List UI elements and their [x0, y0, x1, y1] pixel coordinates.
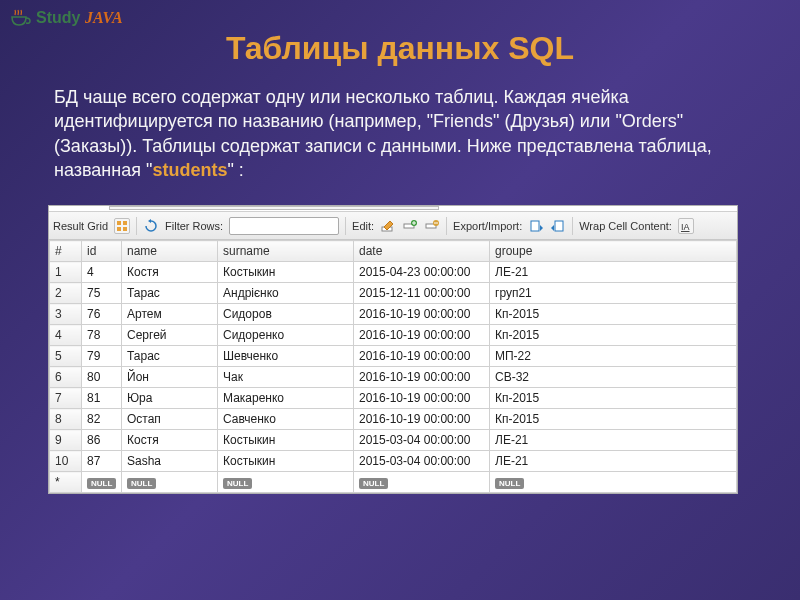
cell-surname[interactable]: Савченко: [218, 409, 354, 430]
cell-date[interactable]: 2015-12-11 00:00:00: [354, 283, 490, 304]
cell-name[interactable]: Костя: [122, 262, 218, 283]
data-table[interactable]: # id name surname date groupe 14КостяКос…: [49, 240, 737, 493]
col-header-groupe[interactable]: groupe: [490, 241, 737, 262]
cell-surname[interactable]: Сидоренко: [218, 325, 354, 346]
cell-surname[interactable]: Андрієнко: [218, 283, 354, 304]
cell-n[interactable]: 9: [50, 430, 82, 451]
cell-surname[interactable]: Макаренко: [218, 388, 354, 409]
table-row[interactable]: 781ЮраМакаренко2016-10-19 00:00:00Кп-201…: [50, 388, 737, 409]
cell-null[interactable]: NULL: [122, 472, 218, 493]
result-grid-panel: Result Grid Filter Rows: 🔍 Edit: Export/…: [48, 205, 738, 494]
cell-n[interactable]: 2: [50, 283, 82, 304]
cell-groupe[interactable]: СВ-32: [490, 367, 737, 388]
cell-date[interactable]: 2016-10-19 00:00:00: [354, 388, 490, 409]
cell-id[interactable]: 4: [82, 262, 122, 283]
cell-n[interactable]: 6: [50, 367, 82, 388]
cell-id[interactable]: 79: [82, 346, 122, 367]
cell-name[interactable]: Тарас: [122, 283, 218, 304]
cell-name[interactable]: Сергей: [122, 325, 218, 346]
cell-id[interactable]: 82: [82, 409, 122, 430]
cell-surname[interactable]: Костыкин: [218, 430, 354, 451]
col-header-name[interactable]: name: [122, 241, 218, 262]
table-row[interactable]: 579ТарасШевченко2016-10-19 00:00:00МП-22: [50, 346, 737, 367]
cell-n[interactable]: 5: [50, 346, 82, 367]
cell-surname[interactable]: Шевченко: [218, 346, 354, 367]
cell-date[interactable]: 2016-10-19 00:00:00: [354, 367, 490, 388]
import-icon[interactable]: [550, 218, 566, 234]
page-title: Таблицы данных SQL: [0, 30, 800, 67]
table-row[interactable]: 1087SashaКостыкин2015-03-04 00:00:00ЛЕ-2…: [50, 451, 737, 472]
description: БД чаще всего содержат одну или нескольк…: [54, 85, 746, 182]
table-row[interactable]: 882ОстапСавченко2016-10-19 00:00:00Кп-20…: [50, 409, 737, 430]
cell-date[interactable]: 2016-10-19 00:00:00: [354, 409, 490, 430]
cell-surname[interactable]: Костыкин: [218, 451, 354, 472]
cell-groupe[interactable]: Кп-2015: [490, 388, 737, 409]
cell-id[interactable]: 87: [82, 451, 122, 472]
table-row[interactable]: 478СергейСидоренко2016-10-19 00:00:00Кп-…: [50, 325, 737, 346]
table-null-row[interactable]: *NULLNULLNULLNULLNULL: [50, 472, 737, 493]
cell-groupe[interactable]: Кп-2015: [490, 325, 737, 346]
cell-id[interactable]: 75: [82, 283, 122, 304]
cell-date[interactable]: 2016-10-19 00:00:00: [354, 325, 490, 346]
edit-row-icon[interactable]: [380, 218, 396, 234]
cell-null[interactable]: NULL: [82, 472, 122, 493]
col-header-date[interactable]: date: [354, 241, 490, 262]
cell-n[interactable]: 7: [50, 388, 82, 409]
cell-id[interactable]: 86: [82, 430, 122, 451]
cell-groupe[interactable]: груп21: [490, 283, 737, 304]
cell-null[interactable]: NULL: [490, 472, 737, 493]
cell-date[interactable]: 2015-03-04 00:00:00: [354, 451, 490, 472]
cell-id[interactable]: 76: [82, 304, 122, 325]
cell-groupe[interactable]: МП-22: [490, 346, 737, 367]
delete-row-icon[interactable]: [424, 218, 440, 234]
filter-input[interactable]: [229, 217, 339, 235]
cell-name[interactable]: Артем: [122, 304, 218, 325]
add-row-icon[interactable]: [402, 218, 418, 234]
col-header-id[interactable]: id: [82, 241, 122, 262]
cell-name[interactable]: Юра: [122, 388, 218, 409]
cell-name[interactable]: Тарас: [122, 346, 218, 367]
cell-null[interactable]: NULL: [354, 472, 490, 493]
cell-name[interactable]: Йон: [122, 367, 218, 388]
table-header: # id name surname date groupe: [50, 241, 737, 262]
cell-date[interactable]: 2016-10-19 00:00:00: [354, 346, 490, 367]
cell-hash[interactable]: *: [50, 472, 82, 493]
cell-groupe[interactable]: ЛЕ-21: [490, 262, 737, 283]
table-row[interactable]: 986КостяКостыкин2015-03-04 00:00:00ЛЕ-21: [50, 430, 737, 451]
wrap-cell-icon[interactable]: IA: [678, 218, 694, 234]
cell-date[interactable]: 2016-10-19 00:00:00: [354, 304, 490, 325]
cell-groupe[interactable]: Кп-2015: [490, 304, 737, 325]
refresh-icon[interactable]: [143, 218, 159, 234]
cell-surname[interactable]: Костыкин: [218, 262, 354, 283]
table-row[interactable]: 376АртемСидоров2016-10-19 00:00:00Кп-201…: [50, 304, 737, 325]
export-import-label: Export/Import:: [453, 220, 522, 232]
col-header-surname[interactable]: surname: [218, 241, 354, 262]
cell-name[interactable]: Остап: [122, 409, 218, 430]
cell-n[interactable]: 8: [50, 409, 82, 430]
grid-view-icon[interactable]: [114, 218, 130, 234]
cell-n[interactable]: 1: [50, 262, 82, 283]
ruler-indicator: [109, 206, 439, 210]
cell-date[interactable]: 2015-04-23 00:00:00: [354, 262, 490, 283]
table-row[interactable]: 275ТарасАндрієнко2015-12-11 00:00:00груп…: [50, 283, 737, 304]
export-icon[interactable]: [528, 218, 544, 234]
cell-name[interactable]: Костя: [122, 430, 218, 451]
cell-null[interactable]: NULL: [218, 472, 354, 493]
cell-n[interactable]: 4: [50, 325, 82, 346]
cell-groupe[interactable]: Кп-2015: [490, 409, 737, 430]
cell-name[interactable]: Sasha: [122, 451, 218, 472]
cell-groupe[interactable]: ЛЕ-21: [490, 430, 737, 451]
separator: [345, 217, 346, 235]
col-header-hash[interactable]: #: [50, 241, 82, 262]
cell-id[interactable]: 80: [82, 367, 122, 388]
cell-id[interactable]: 78: [82, 325, 122, 346]
cell-date[interactable]: 2015-03-04 00:00:00: [354, 430, 490, 451]
cell-n[interactable]: 10: [50, 451, 82, 472]
cell-surname[interactable]: Чак: [218, 367, 354, 388]
table-row[interactable]: 680ЙонЧак2016-10-19 00:00:00СВ-32: [50, 367, 737, 388]
cell-surname[interactable]: Сидоров: [218, 304, 354, 325]
cell-id[interactable]: 81: [82, 388, 122, 409]
cell-n[interactable]: 3: [50, 304, 82, 325]
cell-groupe[interactable]: ЛЕ-21: [490, 451, 737, 472]
table-row[interactable]: 14КостяКостыкин2015-04-23 00:00:00ЛЕ-21: [50, 262, 737, 283]
